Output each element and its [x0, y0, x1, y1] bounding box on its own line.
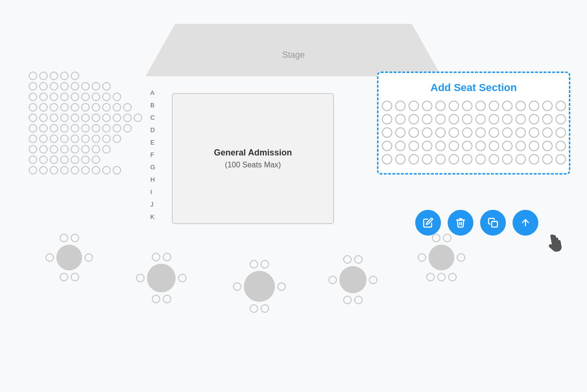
seat-circle [102, 145, 111, 154]
seat-circle [39, 124, 48, 133]
seat-circle [71, 113, 79, 122]
seat-circle [39, 72, 48, 80]
seat-preview-circle [395, 127, 406, 138]
seat-row-left [29, 113, 142, 122]
stage-area: Stage [146, 24, 441, 76]
seat-circle [60, 113, 69, 122]
seat-circle [29, 145, 37, 154]
seat-preview-row [382, 101, 566, 111]
seat-preview-circle [475, 154, 486, 165]
seat-circle [71, 93, 79, 101]
seat-preview-circle [515, 101, 526, 111]
seat-circle [50, 124, 58, 133]
seat-circles-left [29, 72, 143, 175]
seat-circle [81, 134, 90, 143]
general-admission-subtitle: (100 Seats Max) [225, 161, 281, 169]
seat-preview-circle [382, 141, 392, 151]
seat-preview-circle [556, 141, 566, 151]
seat-preview-circle [475, 114, 486, 124]
row-label-j: J [150, 200, 155, 208]
seat-preview-circle [409, 154, 419, 165]
seat-circle [71, 134, 79, 143]
seat-circle [113, 134, 121, 143]
seat-circle [113, 166, 121, 175]
seat-circle [29, 166, 37, 175]
seat-circle [92, 155, 100, 164]
seat-preview-circle [556, 114, 566, 124]
seat-preview-circle [382, 114, 392, 124]
seat-preview-circle [529, 127, 539, 138]
edit-button[interactable] [415, 210, 441, 236]
seat-preview-circle [515, 127, 526, 138]
seat-preview-circle [542, 154, 553, 165]
seat-circle [81, 155, 90, 164]
move-button[interactable] [513, 210, 538, 236]
seat-row-left [29, 82, 111, 91]
seat-preview-circle [529, 154, 539, 165]
seat-circle [60, 166, 69, 175]
cluster-bottom-4 [328, 255, 377, 304]
seat-circle [50, 134, 58, 143]
row-label-c: C [150, 113, 155, 122]
seat-circle [50, 155, 58, 164]
seat-preview-circle [435, 114, 446, 124]
seat-preview-circle [449, 127, 459, 138]
seat-row-left [29, 103, 132, 112]
seat-circle [71, 72, 79, 80]
seat-circle [113, 113, 121, 122]
seat-circle [81, 166, 90, 175]
seat-circle [102, 113, 111, 122]
seat-row-left [29, 145, 111, 154]
seat-preview-circle [475, 141, 486, 151]
seat-preview-circle [542, 101, 553, 111]
delete-button[interactable] [448, 210, 473, 236]
seat-preview-circle [422, 127, 432, 138]
seat-preview-circle [382, 101, 392, 111]
seat-circle [50, 166, 58, 175]
seat-circle [50, 113, 58, 122]
seat-circle [60, 124, 69, 133]
add-seat-section-card[interactable]: Add Seat Section [377, 72, 570, 175]
seat-preview-circle [409, 101, 419, 111]
seat-preview-circle [556, 127, 566, 138]
seat-row-left [29, 124, 132, 133]
seat-preview-circle [489, 141, 499, 151]
seat-circle [60, 134, 69, 143]
seat-circle [39, 134, 48, 143]
row-label-h: H [150, 175, 155, 184]
stage-shape: Stage [146, 24, 441, 76]
seat-preview-circle [515, 141, 526, 151]
seat-preview-circle [502, 154, 513, 165]
seat-circle [29, 134, 37, 143]
cluster-bottom-5 [418, 234, 465, 281]
general-admission-section: General Admission (100 Seats Max) [172, 93, 334, 224]
seat-circle [123, 113, 132, 122]
row-label-f: F [150, 150, 155, 159]
seat-circle [81, 103, 90, 112]
seat-circle [102, 93, 111, 101]
seat-circle [92, 113, 100, 122]
seat-preview-circle [529, 101, 539, 111]
seat-preview-row [382, 114, 566, 124]
seat-circle [92, 166, 100, 175]
seat-circle [50, 145, 58, 154]
seat-circle [60, 103, 69, 112]
seat-circle [102, 82, 111, 91]
seat-circle [71, 155, 79, 164]
copy-button[interactable] [480, 210, 506, 236]
seat-circle [102, 124, 111, 133]
seat-preview-circle [515, 154, 526, 165]
seat-circle [50, 72, 58, 80]
seat-preview-circle [435, 101, 446, 111]
seat-circle [29, 103, 37, 112]
seat-row-left [29, 72, 79, 80]
seat-preview-circle [462, 101, 472, 111]
seat-circle [71, 103, 79, 112]
seat-preview-circle [529, 114, 539, 124]
seat-circle [81, 124, 90, 133]
seat-preview-circle [395, 101, 406, 111]
row-label-k: K [150, 212, 155, 221]
seat-preview-circle [435, 141, 446, 151]
seat-circle [113, 124, 121, 133]
seat-circle [92, 93, 100, 101]
